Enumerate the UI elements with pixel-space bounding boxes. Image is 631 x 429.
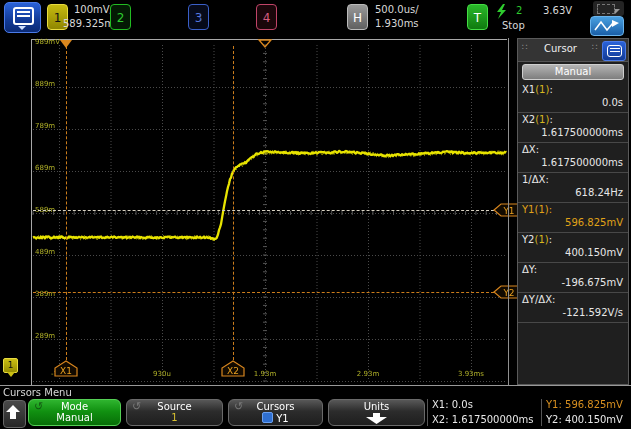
cursor-panel: ∷ Cursor ∷ Manual X1(1):0.0sX2(1):1.6175… [517, 38, 629, 385]
trigger-badge[interactable]: T [467, 4, 488, 30]
drag-grip-icon: ∷ [522, 42, 527, 52]
readout-label: Y2(1): [522, 234, 552, 245]
channel-2-badge[interactable]: 2 [110, 4, 131, 30]
readout-x2: X2: 1.617500000ms [432, 414, 534, 425]
svg-text:X1: X1 [60, 366, 72, 376]
y-axis-label: 689m [35, 164, 55, 172]
oscilloscope-screen: 1 100mV/ 589.325mV 2 3 4 H 500.0us/ 1.93… [0, 0, 631, 429]
hamburger-menu-icon [607, 45, 622, 57]
y-axis-label: 789m [35, 122, 55, 130]
horizontal-badge[interactable]: H [347, 4, 368, 30]
softkey-source-label: Source [127, 401, 222, 412]
readout-value: 618.24Hz [575, 187, 623, 198]
softkey-menu-bar: Cursors Menu ↺ Mode Manual ↺ Source 1 ↺ … [0, 385, 631, 429]
timebase-scale[interactable]: 500.0us/ [375, 4, 419, 15]
y-axis-label: 389m [35, 290, 55, 298]
readout-value: 1.617500000ms [541, 127, 623, 138]
main-menu-button[interactable] [4, 2, 41, 33]
cursor-readout-row-x1[interactable]: X1(1):0.0s [518, 83, 628, 113]
readout-label: Y1(1): [522, 204, 552, 215]
readout-y2: Y2: 400.150mV [546, 414, 623, 425]
softkey-units[interactable]: Units [328, 399, 425, 426]
menu-back-button[interactable] [3, 400, 26, 428]
softkey-units-label: Units [329, 401, 424, 412]
down-arrow-icon [364, 413, 389, 424]
cursor-y2-tag[interactable]: Y2 [493, 285, 520, 300]
readout-value: 1.617500000ms [541, 157, 623, 168]
softkey-source[interactable]: ↺ Source 1 [126, 399, 223, 426]
x-axis-label: 3.93ms [458, 370, 484, 378]
readout-label: X2(1): [522, 114, 553, 125]
plot-left-border [31, 39, 32, 385]
circular-arrow-icon: ↺ [132, 400, 141, 413]
softkey-cursors-value: Y1 [276, 413, 288, 424]
channel-4-badge[interactable]: 4 [256, 4, 277, 30]
header-bar: 1 100mV/ 589.325mV 2 3 4 H 500.0us/ 1.93… [0, 0, 631, 36]
y-axis-label: 989mV [35, 38, 60, 46]
rising-edge-lightning-icon [495, 4, 508, 20]
readout-value: -196.675mV [561, 277, 623, 288]
svg-text:X2: X2 [227, 366, 239, 376]
trigger-point-marker [60, 40, 72, 48]
softkey-cursors[interactable]: ↺ Cursors Y1 [228, 399, 323, 426]
readout-x1: X1: 0.0s [432, 399, 473, 410]
softkey-mode[interactable]: ↺ Mode Manual [28, 399, 121, 426]
cursor-y1-tag[interactable]: Y1 [493, 203, 520, 218]
readout-y1: Y1: 596.825mV [546, 399, 623, 410]
menu-title: Cursors Menu [3, 387, 72, 398]
circular-arrow-icon: ↺ [34, 400, 43, 413]
time-reference-marker [258, 39, 272, 48]
channel-3-badge[interactable]: 3 [188, 4, 209, 30]
waveform-drag-arrow-icon[interactable] [590, 16, 624, 36]
cursor-x2-line[interactable] [233, 46, 234, 360]
screen-annotation-icon[interactable] [593, 1, 624, 16]
cursor-readout-row-x2[interactable]: X2(1):1.617500000ms [518, 113, 628, 143]
cursor-readout-row-y2[interactable]: Y2(1):400.150mV [518, 233, 628, 263]
readout-label: ΔX: [522, 144, 539, 155]
readout-value: 596.825mV [565, 217, 623, 228]
cursor-x1-tag[interactable]: X1 [54, 360, 79, 378]
cursor-readout-row-y1[interactable]: Y1(1):596.825mV [518, 203, 628, 233]
readout-label: 1/ΔX: [522, 174, 549, 185]
cursor-readout-row-dydx[interactable]: ΔY/ΔX:-121.592V/s [518, 293, 628, 323]
readout-value: -121.592V/s [563, 307, 623, 318]
cursor-readout-row-dy[interactable]: ΔY:-196.675mV [518, 263, 628, 293]
trigger-source: 2 [516, 5, 522, 16]
cursor-x1-line[interactable] [66, 46, 67, 360]
y-axis-label: 889m [35, 80, 55, 88]
trigger-level[interactable]: 3.63V [543, 5, 572, 16]
up-arrow-icon [5, 405, 22, 420]
channel-1-offscreen-arrow-icon [7, 372, 15, 377]
cursor-panel-menu-button[interactable] [602, 41, 626, 61]
cursor-readout-row-inv-dx[interactable]: 1/ΔX:618.24Hz [518, 173, 628, 203]
chevron-down-icon [18, 26, 26, 30]
channel-1-scale[interactable]: 100mV/ [74, 4, 113, 15]
cursor-readout-list: X1(1):0.0sX2(1):1.617500000msΔX:1.617500… [518, 83, 628, 323]
cursor-y2-line[interactable] [33, 292, 494, 293]
readout-label: ΔY/ΔX: [522, 294, 555, 305]
cursor-x2-tag[interactable]: X2 [221, 360, 246, 378]
timebase-delay[interactable]: 1.930ms [375, 18, 419, 29]
hamburger-menu-icon [13, 7, 34, 25]
cursor-select-icon [262, 412, 273, 423]
y-axis-label: 289m [35, 332, 55, 340]
softkey-mode-value: Manual [29, 412, 120, 423]
channel-1-ground-marker[interactable]: 1 [3, 358, 18, 373]
cursor-panel-title: Cursor [544, 43, 577, 54]
readout-value: 0.0s [602, 97, 623, 108]
readout-label: ΔY: [522, 264, 537, 275]
drag-grip-icon: ∷ [592, 42, 597, 52]
readout-value: 400.150mV [565, 247, 623, 258]
cursor-panel-header[interactable]: ∷ Cursor ∷ [518, 39, 628, 62]
plot-sidebar-divider [508, 38, 509, 385]
circular-arrow-icon: ↺ [234, 400, 243, 413]
readout-divider [427, 399, 428, 426]
cursor-mode-button[interactable]: Manual [522, 64, 624, 80]
cursor-y1-line[interactable] [33, 210, 494, 211]
cursor-readout-row-dx[interactable]: ΔX:1.617500000ms [518, 143, 628, 173]
x-axis-label: 2.93m [357, 370, 379, 378]
softkey-source-value: 1 [127, 412, 222, 423]
acquisition-status: Stop [502, 20, 525, 31]
x-axis-label: 930u [153, 370, 171, 378]
x-axis-label: 1.93m [254, 370, 276, 378]
